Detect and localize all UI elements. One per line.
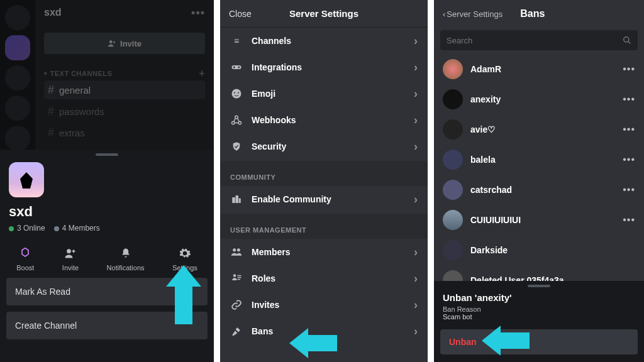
boost-icon — [18, 246, 32, 260]
ban-row[interactable]: catsrchad••• — [434, 175, 644, 205]
avatar — [443, 240, 463, 260]
chevron-right-icon: › — [414, 140, 418, 153]
link-icon — [230, 299, 243, 310]
ban-row[interactable]: balela••• — [434, 145, 644, 175]
back-button[interactable]: ‹ Server Settings — [443, 9, 502, 19]
row-label: Emoji — [252, 89, 275, 99]
more-icon[interactable]: ••• — [623, 63, 635, 75]
unban-title: Unban 'anexity' — [434, 292, 644, 303]
boost-button[interactable]: Boost — [16, 246, 34, 272]
back-label: Server Settings — [447, 9, 502, 19]
bans-header: ‹ Server Settings Bans — [434, 0, 644, 28]
invite-action-label: Invite — [62, 264, 79, 272]
close-button[interactable]: Close — [229, 9, 252, 19]
svg-point-4 — [238, 67, 240, 69]
avatar — [443, 119, 463, 140]
svg-rect-11 — [232, 197, 235, 203]
online-count: 3 Online — [9, 224, 45, 233]
chevron-right-icon: › — [414, 114, 418, 127]
search-icon — [623, 36, 631, 45]
chevron-right-icon: › — [414, 35, 418, 48]
avatar — [443, 150, 463, 170]
tutorial-arrow-unban — [482, 326, 530, 356]
drag-handle-icon[interactable] — [528, 285, 550, 287]
ban-row[interactable]: CUIUIUIUIUI••• — [434, 205, 644, 235]
ban-row[interactable]: AdamR••• — [434, 54, 644, 84]
svg-point-6 — [234, 92, 235, 93]
tutorial-arrow-settings — [175, 265, 201, 324]
search-input[interactable]: Search — [440, 30, 638, 50]
unban-label: Unban — [449, 337, 477, 347]
unban-button[interactable]: Unban — [440, 329, 638, 354]
svg-point-14 — [233, 248, 236, 251]
row-label: Security — [252, 141, 286, 151]
server-action-sheet: sxd 3 Online 4 Members Boost Invite Noti… — [0, 150, 214, 362]
row-label: Roles — [252, 273, 275, 283]
section-user-management: USER MANAGEMENT — [220, 214, 428, 239]
avatar — [443, 59, 463, 79]
row-integrations[interactable]: Integrations› — [220, 54, 428, 80]
ban-row[interactable]: Darkside — [434, 235, 644, 265]
notifications-button[interactable]: Notifications — [107, 246, 145, 272]
channels-icon: ≡ — [230, 36, 243, 46]
svg-point-1 — [67, 249, 71, 253]
more-icon[interactable]: ••• — [623, 154, 635, 165]
server-avatar — [9, 162, 44, 197]
invite-action-button[interactable]: Invite — [62, 246, 79, 272]
svg-point-15 — [237, 248, 240, 251]
ban-row[interactable]: avie♡••• — [434, 114, 644, 145]
drag-handle-icon[interactable] — [96, 153, 118, 156]
chevron-right-icon: › — [414, 325, 418, 338]
ban-name: AdamR — [470, 64, 501, 74]
row-enable-community[interactable]: Enable Community› — [220, 186, 428, 212]
server-menu-panel: sxd ••• Invite TEXT CHANNELS + #general … — [0, 0, 214, 362]
chevron-right-icon: › — [414, 299, 418, 312]
row-invites[interactable]: Invites› — [220, 292, 428, 318]
ban-name: CUIUIUIUIUI — [470, 215, 521, 225]
unban-sheet: Unban 'anexity' Ban Reason Scam bot Unba… — [434, 281, 644, 362]
integrations-icon — [230, 63, 243, 71]
more-icon[interactable]: ••• — [623, 94, 635, 105]
row-security[interactable]: Security› — [220, 133, 428, 160]
ban-name: Darkside — [470, 245, 508, 255]
mark-read-label: Mark As Read — [15, 287, 70, 297]
webhooks-icon — [230, 114, 243, 126]
server-settings-panel: Close Server Settings ≡Channels› Integra… — [220, 0, 428, 362]
boost-label: Boost — [16, 264, 34, 272]
avatar — [443, 180, 463, 200]
add-user-icon — [64, 246, 77, 260]
row-label: Members — [252, 247, 290, 257]
ban-list: AdamR••• anexity••• avie♡••• balela••• c… — [434, 54, 644, 295]
tutorial-arrow-bans — [289, 328, 337, 358]
settings-header: Close Server Settings — [220, 0, 428, 28]
ban-reason-label: Ban Reason — [434, 303, 644, 313]
settings-title: Server Settings — [289, 8, 358, 19]
row-label: Invites — [252, 300, 279, 310]
more-icon[interactable]: ••• — [623, 214, 635, 226]
member-count: 4 Members — [54, 224, 100, 233]
sheet-server-name: sxd — [9, 204, 214, 220]
row-channels[interactable]: ≡Channels› — [220, 28, 428, 54]
row-roles[interactable]: Roles› — [220, 265, 428, 292]
create-channel-label: Create Channel — [15, 321, 77, 331]
server-status: 3 Online 4 Members — [9, 224, 214, 233]
bell-icon — [119, 246, 133, 260]
row-label: Integrations — [252, 62, 302, 72]
row-emoji[interactable]: Emoji› — [220, 80, 428, 107]
chevron-right-icon: › — [414, 61, 418, 74]
ban-name: balela — [470, 155, 496, 165]
svg-point-17 — [624, 37, 629, 42]
members-icon — [230, 247, 243, 257]
ban-row[interactable]: anexity••• — [434, 84, 644, 114]
notifications-label: Notifications — [107, 264, 145, 272]
more-icon[interactable]: ••• — [623, 124, 635, 135]
row-webhooks[interactable]: Webhooks› — [220, 107, 428, 133]
row-members[interactable]: Members› — [220, 239, 428, 265]
chevron-right-icon: › — [414, 193, 418, 206]
chevron-right-icon: › — [414, 272, 418, 285]
row-label: Enable Community — [252, 194, 331, 204]
section-community: COMMUNITY — [220, 161, 428, 186]
hammer-icon — [230, 326, 243, 337]
more-icon[interactable]: ••• — [623, 184, 635, 195]
ban-name: avie♡ — [470, 124, 496, 134]
